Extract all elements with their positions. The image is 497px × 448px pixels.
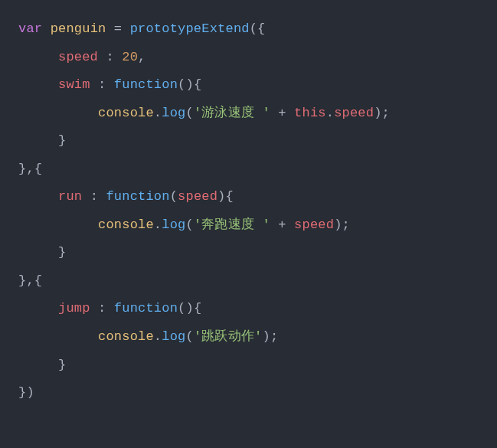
sep: : <box>90 77 114 92</box>
close-semi: ); <box>262 329 278 344</box>
console: console <box>98 329 154 344</box>
param-speed: speed <box>178 189 217 204</box>
str-swim: '游泳速度 ' <box>194 106 270 120</box>
this: this <box>294 106 326 120</box>
param-ref: speed <box>294 217 334 232</box>
sep: : <box>98 50 122 64</box>
brace-open: { <box>194 77 201 92</box>
plus: + <box>270 106 294 120</box>
dot: . <box>326 106 334 120</box>
brace-close: } <box>58 245 66 260</box>
brace-open: { <box>34 273 42 288</box>
sep: : <box>82 189 106 204</box>
brace-close: } <box>58 358 66 372</box>
fn-call: prototypeExtend <box>130 21 250 36</box>
close-semi: ); <box>334 217 350 232</box>
prop-run: run <box>58 189 82 204</box>
brace-close: } <box>18 162 26 176</box>
log: log <box>162 217 185 232</box>
console: console <box>98 217 154 232</box>
log: log <box>162 329 185 344</box>
paren-open: ( <box>185 106 193 120</box>
plus: + <box>270 217 294 232</box>
punct-close: }) <box>18 385 34 400</box>
dot: . <box>154 106 162 120</box>
comma: , <box>138 50 146 64</box>
brace-close: } <box>18 273 26 288</box>
code-block: var penguin = prototypeExtend({ speed : … <box>0 0 497 423</box>
close-semi: ); <box>374 106 390 120</box>
str-run: '奔跑速度 ' <box>194 217 270 232</box>
brace-close: } <box>58 133 66 148</box>
num-20: 20 <box>122 50 138 64</box>
log: log <box>162 106 185 120</box>
paren-open: ( <box>185 217 193 232</box>
keyword-function: function <box>114 77 178 92</box>
dot: . <box>154 217 162 232</box>
paren-open: ( <box>170 189 178 204</box>
paren-close: ) <box>217 189 225 204</box>
this-speed: speed <box>334 106 374 120</box>
paren-open: ( <box>185 329 193 344</box>
dot: . <box>154 329 162 344</box>
brace-open: { <box>194 301 201 316</box>
keyword-function: function <box>114 301 178 316</box>
keyword-function: function <box>106 189 169 204</box>
prop-jump: jump <box>58 301 90 316</box>
console: console <box>98 106 154 120</box>
keyword-var: var <box>18 21 42 36</box>
args: () <box>178 77 194 92</box>
var-name: penguin <box>51 21 106 36</box>
str-jump: '跳跃动作' <box>194 329 263 344</box>
punct-open: ({ <box>250 21 266 36</box>
comma: , <box>26 273 34 288</box>
comma: , <box>26 162 34 176</box>
args: () <box>178 301 194 316</box>
brace-open: { <box>34 162 42 176</box>
brace-open: { <box>226 189 234 204</box>
prop-speed: speed <box>58 50 98 64</box>
prop-swim: swim <box>58 77 90 92</box>
sep: : <box>90 301 114 316</box>
op-eq: = <box>106 21 129 36</box>
